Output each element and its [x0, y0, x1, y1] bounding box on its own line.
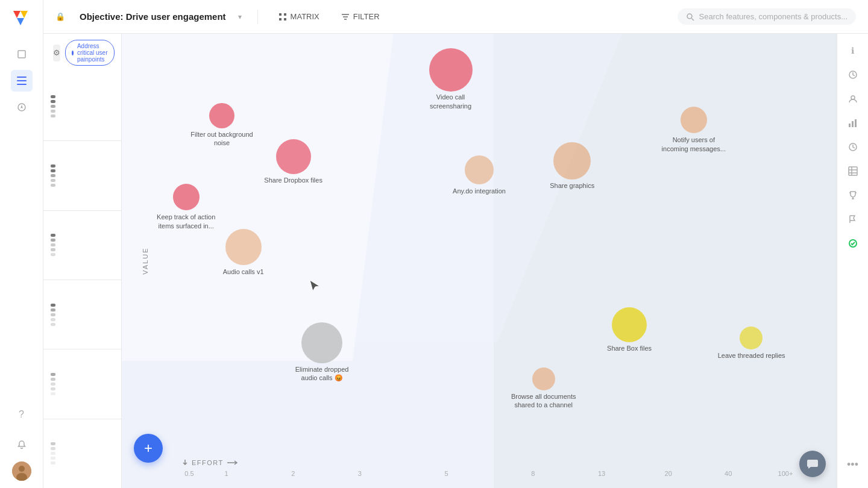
svg-rect-14	[284, 13, 286, 16]
axis-dot	[51, 452, 55, 455]
bubble-audio-calls[interactable]	[225, 229, 262, 265]
axis-dot	[51, 304, 55, 307]
axis-dot	[51, 95, 55, 98]
initiative-label: Address critical user painpoints	[77, 43, 108, 63]
user-avatar[interactable]	[12, 461, 31, 481]
right-sidebar: ℹ •••	[837, 34, 868, 488]
logo[interactable]	[11, 7, 33, 31]
rs-info-icon[interactable]: ℹ	[843, 41, 863, 60]
bubble-share-box[interactable]	[612, 307, 647, 342]
svg-point-20	[687, 14, 692, 19]
bubble-leave-threaded[interactable]	[740, 327, 763, 349]
svg-rect-24	[849, 124, 851, 127]
axis-dot	[51, 105, 55, 108]
rs-user-icon[interactable]	[843, 89, 863, 108]
axis-dot	[51, 461, 55, 465]
bubble-keep-track[interactable]	[173, 184, 200, 210]
svg-marker-2	[20, 11, 28, 18]
chart-area: VALUE Video callscreensharing Filter out…	[122, 34, 837, 488]
filter-icon	[341, 13, 350, 21]
svg-rect-13	[279, 13, 281, 16]
svg-rect-26	[855, 119, 857, 127]
rs-clock-icon[interactable]	[843, 137, 863, 157]
axis-dot	[51, 442, 55, 445]
matrix-label: MATRIX	[291, 12, 319, 21]
sidebar-help-icon[interactable]: ?	[11, 404, 33, 425]
left-sidebar: ?	[0, 0, 43, 488]
axis-dot	[51, 100, 55, 103]
axis-dots-4	[51, 304, 55, 326]
x-tick-13: 13	[598, 470, 605, 477]
y-axis-label: VALUE	[142, 247, 149, 274]
divider	[257, 10, 258, 24]
axis-dot	[51, 184, 55, 187]
rs-trophy-icon[interactable]	[843, 186, 863, 205]
search-icon	[686, 13, 694, 21]
axis-dots-2	[51, 164, 55, 187]
axis-dot	[51, 169, 55, 172]
rs-history-icon[interactable]	[843, 65, 863, 84]
filter-bar: ⚙ Address critical user painpoints	[43, 34, 121, 72]
main-area: 🔒 Objective: Drive user engagement ▾ MAT…	[43, 0, 868, 488]
axis-dots-5	[51, 373, 55, 395]
axis-dot	[51, 323, 55, 326]
filter-button[interactable]: FILTER	[336, 10, 385, 23]
x-tick-5: 5	[445, 470, 448, 477]
svg-point-11	[19, 466, 25, 472]
axis-dot	[51, 308, 55, 311]
up-arrow-icon	[182, 460, 188, 466]
svg-marker-1	[13, 11, 20, 18]
x-tick-1: 1	[225, 470, 228, 477]
bg-region-topleft	[122, 34, 394, 361]
rs-more-icon[interactable]: •••	[847, 458, 858, 471]
page-title: Objective: Drive user engagement	[80, 11, 226, 22]
axis-dot	[51, 373, 55, 376]
search-placeholder: Search features, components & products..…	[699, 12, 848, 21]
axis-dot	[51, 447, 55, 450]
svg-rect-25	[852, 121, 854, 127]
gear-button[interactable]: ⚙	[53, 45, 60, 61]
initiative-button[interactable]: Address critical user painpoints	[65, 40, 115, 66]
svg-marker-9	[20, 105, 23, 108]
axis-dot	[51, 164, 55, 167]
axis-row-4	[43, 280, 121, 349]
axis-dot	[51, 179, 55, 182]
fab-add-button[interactable]: +	[134, 434, 163, 463]
bubble-share-graphics[interactable]	[553, 142, 591, 180]
svg-rect-15	[279, 18, 281, 20]
matrix-button[interactable]: MATRIX	[274, 10, 324, 23]
x-tick-40: 40	[725, 470, 732, 477]
bubble-eliminate-dropped[interactable]	[301, 322, 342, 363]
rs-flag-icon[interactable]	[843, 210, 863, 229]
rs-chart-icon[interactable]	[843, 113, 863, 133]
axis-dot	[51, 239, 55, 242]
svg-rect-28	[849, 167, 857, 175]
svg-rect-6	[17, 80, 27, 81]
title-dropdown-icon[interactable]: ▾	[238, 13, 242, 21]
bubble-browse-docs[interactable]	[532, 368, 555, 390]
axis-row-5	[43, 349, 121, 419]
x-tick-8: 8	[531, 470, 535, 477]
sidebar-page-icon[interactable]	[11, 43, 33, 65]
sidebar-bell-icon[interactable]	[11, 434, 33, 455]
bubble-notify-users[interactable]	[681, 107, 707, 133]
x-tick-3: 3	[358, 470, 362, 477]
svg-rect-4	[18, 51, 25, 58]
axis-dot	[51, 383, 55, 386]
sidebar-compass-icon[interactable]	[11, 96, 33, 118]
bubble-video-call[interactable]	[429, 48, 473, 92]
axis-dot	[51, 457, 55, 460]
topbar: 🔒 Objective: Drive user engagement ▾ MAT…	[43, 0, 868, 34]
chat-button[interactable]	[799, 451, 826, 477]
search-bar[interactable]: Search features, components & products..…	[678, 8, 856, 25]
bubble-share-dropbox[interactable]	[276, 139, 311, 174]
bubble-anydo[interactable]	[465, 155, 494, 184]
svg-marker-3	[17, 18, 24, 25]
axis-dot	[51, 318, 55, 321]
matrix-icon	[278, 13, 287, 21]
rs-table-icon[interactable]	[843, 161, 863, 181]
rs-check-icon[interactable]	[843, 234, 863, 253]
axis-section	[43, 72, 121, 488]
sidebar-list-icon[interactable]	[11, 70, 33, 92]
bubble-filter-bg[interactable]	[209, 103, 234, 128]
